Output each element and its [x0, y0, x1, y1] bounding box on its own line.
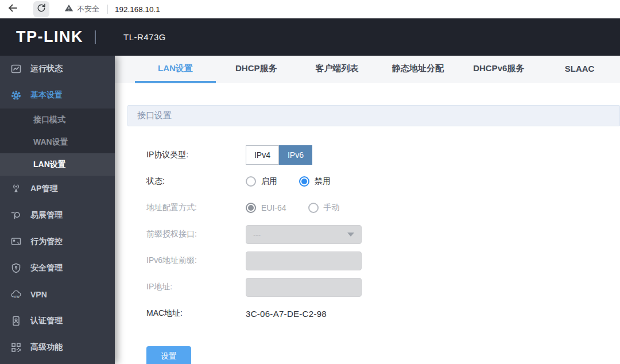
ip-address-input: [246, 278, 362, 297]
sidebar-subitem-label: 接口模式: [33, 115, 65, 125]
behavior-icon: [10, 236, 22, 247]
browser-address-bar[interactable]: 不安全 192.168.10.1: [64, 3, 160, 15]
status-disable-label[interactable]: 禁用: [315, 176, 331, 187]
brand-divider: [95, 30, 96, 44]
eui64-radio: EUI-64: [246, 203, 286, 213]
sidebar-submenu-basic-settings: 接口模式 WAN设置 LAN设置: [0, 109, 115, 176]
sidebar-item-behavior-control[interactable]: 行为管控: [0, 229, 115, 255]
app-header: TP-LINK TL-R473G: [0, 18, 620, 56]
manual-radio: 手动: [308, 203, 340, 213]
tplink-logo: TP-LINK: [16, 28, 83, 46]
security-warning-label[interactable]: 不安全: [77, 4, 99, 14]
tab-dhcp-service[interactable]: DHCP服务: [216, 56, 297, 83]
main-content: LAN设置 DHCP服务 客户端列表 静态地址分配 DHCPv6服务 SLAAC…: [115, 56, 620, 364]
tab-label: DHCPv6服务: [473, 63, 524, 74]
tab-static-address[interactable]: 静态地址分配: [377, 56, 458, 83]
interface-settings-form: IP协议类型: IPv4 IPv6 状态: 启用 禁用 地址配置方式: EUI-…: [146, 145, 620, 323]
sidebar-item-ap-management[interactable]: AP管理: [0, 176, 115, 202]
sidebar-item-label: 基本设置: [30, 90, 63, 100]
security-warning-icon[interactable]: [64, 3, 73, 15]
chevron-down-icon: [347, 233, 354, 237]
status-disable-radio[interactable]: 禁用: [299, 176, 331, 187]
tab-lan-settings[interactable]: LAN设置: [135, 56, 216, 83]
sidebar-subitem-interface-mode[interactable]: 接口模式: [0, 109, 115, 131]
sidebar-item-vpn[interactable]: VPN VPN: [0, 281, 115, 308]
device-model: TL-R473G: [123, 32, 166, 42]
radio-unchecked-disabled-icon: [308, 203, 319, 213]
tab-label: LAN设置: [158, 63, 193, 74]
form-row-ip-address: IP地址:: [146, 277, 620, 297]
sidebar-subitem-wan-settings[interactable]: WAN设置: [0, 131, 115, 153]
tab-dhcpv6-service[interactable]: DHCPv6服务: [458, 56, 539, 83]
sidebar-subitem-label: WAN设置: [33, 137, 68, 148]
ip-address-label: IP地址:: [146, 282, 246, 292]
tab-bar: LAN设置 DHCP服务 客户端列表 静态地址分配 DHCPv6服务 SLAAC: [115, 56, 620, 83]
tab-slaac[interactable]: SLAAC: [539, 56, 620, 83]
section-title: 接口设置: [137, 110, 172, 121]
sidebar-item-label: 安全管理: [30, 263, 63, 273]
form-row-status: 状态: 启用 禁用: [146, 172, 620, 191]
form-row-ip-protocol: IP协议类型: IPv4 IPv6: [146, 145, 620, 165]
radio-unchecked-icon[interactable]: [246, 176, 256, 187]
sidebar-item-running-status[interactable]: 运行状态: [0, 56, 115, 82]
prefix-interface-label: 前缀授权接口:: [146, 229, 246, 239]
ip-protocol-toggle: IPv4 IPv6: [246, 145, 312, 165]
sidebar-item-mesh-management[interactable]: 易展管理: [0, 202, 115, 229]
eui64-label: EUI-64: [261, 203, 286, 212]
apply-settings-button[interactable]: 设置: [146, 346, 191, 364]
sidebar-item-security-management[interactable]: 安全管理: [0, 255, 115, 281]
status-chart-icon: [10, 63, 22, 75]
form-row-mac-address: MAC地址: 3C-06-A7-DE-C2-98: [146, 304, 620, 323]
tab-client-list[interactable]: 客户端列表: [297, 56, 378, 83]
address-mode-label: 地址配置方式:: [146, 203, 246, 213]
browser-toolbar: 不安全 192.168.10.1: [0, 0, 620, 18]
radio-checked-icon[interactable]: [299, 176, 309, 187]
ip-protocol-label: IP协议类型:: [146, 150, 246, 160]
ipv6-prefix-label: IPv6地址前缀:: [146, 255, 246, 266]
sidebar-item-label: 高级功能: [30, 342, 63, 353]
prefix-interface-value: ---: [253, 230, 261, 239]
sidebar-item-label: 认证管理: [30, 316, 63, 326]
sidebar-item-auth-management[interactable]: 认证管理: [0, 308, 115, 334]
ipv4-toggle-button[interactable]: IPv4: [246, 145, 279, 165]
sidebar-item-label: 行为管控: [30, 237, 63, 247]
browser-refresh-button[interactable]: [33, 1, 49, 17]
gear-icon: [10, 90, 22, 101]
auth-id-icon: [10, 315, 22, 327]
refresh-icon: [36, 3, 46, 16]
mac-address-label: MAC地址:: [146, 308, 246, 319]
form-row-address-mode: 地址配置方式: EUI-64 手动: [146, 198, 620, 218]
ipv6-prefix-input: [246, 251, 362, 270]
browser-back-button[interactable]: [5, 1, 21, 17]
sidebar-item-label: 易展管理: [30, 210, 63, 220]
sidebar-item-advanced-features[interactable]: 高级功能: [0, 334, 115, 361]
prefix-interface-select: ---: [246, 225, 362, 244]
ap-antenna-icon: [10, 183, 22, 195]
status-label: 状态:: [146, 176, 246, 187]
form-row-prefix-interface: 前缀授权接口: ---: [146, 224, 620, 244]
status-enable-radio[interactable]: 启用: [246, 176, 277, 187]
sidebar-item-label: AP管理: [30, 184, 57, 194]
radio-checked-disabled-icon: [246, 203, 256, 213]
mac-address-value: 3C-06-A7-DE-C2-98: [246, 309, 327, 319]
url-text[interactable]: 192.168.10.1: [115, 5, 160, 14]
tab-label: 客户端列表: [316, 63, 359, 74]
back-arrow-icon: [7, 2, 18, 16]
sidebar-nav: 运行状态 基本设置 接口模式 WAN设置 LAN设置 AP管理 易展管理: [0, 56, 115, 364]
address-divider: [107, 5, 108, 14]
sidebar-item-basic-settings[interactable]: 基本设置: [0, 82, 115, 109]
sidebar-item-label: 运行状态: [30, 64, 63, 74]
sidebar-subitem-label: LAN设置: [33, 160, 66, 170]
status-enable-label[interactable]: 启用: [261, 176, 277, 187]
sidebar-item-label: VPN: [30, 290, 47, 299]
tab-label: SLAAC: [565, 64, 595, 73]
svg-text:VPN: VPN: [13, 295, 20, 299]
advanced-grid-icon: [10, 342, 22, 353]
ipv6-toggle-button[interactable]: IPv6: [279, 145, 312, 165]
sidebar-subitem-lan-settings[interactable]: LAN设置: [0, 153, 115, 176]
tab-label: 静态地址分配: [392, 63, 444, 74]
manual-label: 手动: [324, 203, 340, 213]
mesh-icon: [10, 210, 22, 221]
section-header-interface-settings: 接口设置: [127, 105, 620, 126]
form-row-ipv6-prefix: IPv6地址前缀:: [146, 251, 620, 270]
